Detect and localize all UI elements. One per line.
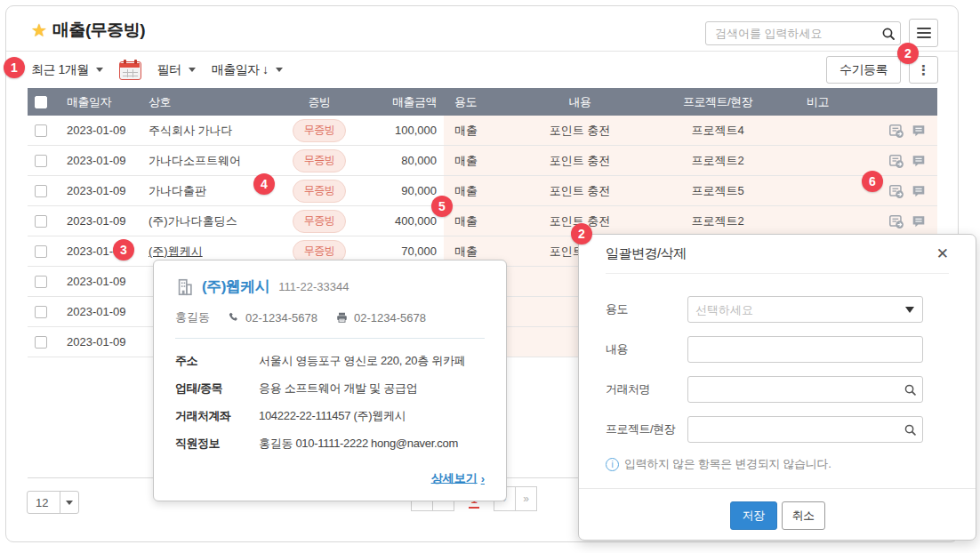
purpose-select-value[interactable] bbox=[688, 303, 897, 317]
chevron-down-icon bbox=[96, 68, 103, 72]
last-page-button[interactable]: » bbox=[515, 486, 537, 511]
row-checkbox[interactable] bbox=[35, 276, 47, 288]
save-button[interactable]: 저장 bbox=[730, 501, 777, 530]
annotation-badge-5: 5 bbox=[431, 196, 453, 217]
content-input-wrap bbox=[687, 336, 923, 363]
sort-dropdown[interactable]: 매출일자 ↓ bbox=[212, 62, 283, 78]
close-icon[interactable]: ✕ bbox=[936, 246, 949, 261]
field-label-purpose: 용도 bbox=[606, 301, 686, 317]
header-date[interactable]: 매출일자 bbox=[47, 94, 134, 110]
page-size-select[interactable]: 12 bbox=[27, 491, 79, 514]
memo-icon[interactable] bbox=[911, 213, 927, 229]
purpose-select[interactable] bbox=[687, 296, 923, 323]
filter-label: 필터 bbox=[157, 62, 181, 78]
tooltip-value-business: 응용 소프트웨어 개발 및 공급업 bbox=[259, 381, 417, 397]
annotation-badge-4: 4 bbox=[253, 173, 275, 195]
page-size-value: 12 bbox=[28, 492, 60, 513]
calendar-icon[interactable] bbox=[119, 60, 141, 80]
slip-icon[interactable] bbox=[888, 213, 904, 229]
page-title: 매출(무증빙) bbox=[52, 19, 145, 42]
company-link[interactable]: (주)웹케시 bbox=[149, 244, 203, 260]
cell-purpose: 매출 bbox=[444, 116, 504, 145]
row-checkbox[interactable] bbox=[35, 124, 47, 137]
tooltip-label-business: 업태/종목 bbox=[175, 381, 259, 397]
tooltip-contact-name: 홍길동 bbox=[175, 309, 210, 325]
proof-badge: 무증빙 bbox=[293, 210, 347, 233]
row-checkbox[interactable] bbox=[35, 215, 47, 228]
cell-project: 프로젝트2 bbox=[655, 146, 780, 175]
cell-content: 포인트 충전 bbox=[504, 146, 655, 175]
chevron-right-icon: › bbox=[481, 472, 485, 485]
screen: ★ 매출(무증빙) 최근 1개월 bbox=[0, 0, 980, 553]
chevron-down-icon bbox=[66, 501, 73, 505]
chevron-down-icon bbox=[189, 68, 196, 72]
header-content[interactable]: 내용 bbox=[504, 94, 655, 110]
header-etc[interactable]: 비고 bbox=[780, 94, 937, 110]
cell-company: 주식회사 가나다 bbox=[134, 116, 277, 145]
table-row[interactable]: 2023-01-09 주식회사 가나다 무증빙 100,000 매출 포인트 충… bbox=[28, 116, 937, 146]
filter-dropdown[interactable]: 필터 bbox=[157, 62, 196, 78]
cell-date: 2023-01-09 bbox=[47, 327, 134, 357]
annotation-badge-1: 1 bbox=[4, 57, 25, 78]
batch-edit-modal: 일괄변경/삭제 ✕ 용도 내용 거래처명 bbox=[578, 234, 976, 541]
row-checkbox[interactable] bbox=[35, 245, 47, 258]
proof-badge: 무증빙 bbox=[293, 180, 347, 203]
header-purpose[interactable]: 용도 bbox=[444, 94, 504, 110]
tooltip-value-employee: 홍길동 010-1111-2222 hong@naver.com bbox=[259, 436, 458, 452]
header-project[interactable]: 프로젝트/현장 bbox=[655, 94, 780, 110]
annotation-badge-2: 2 bbox=[897, 43, 919, 64]
search-icon[interactable] bbox=[877, 27, 900, 41]
cell-purpose: 매출 bbox=[444, 146, 504, 175]
table-row[interactable]: 2023-01-09 가나다소프트웨어 무증빙 80,000 매출 포인트 충전… bbox=[28, 146, 937, 176]
chevron-down-icon bbox=[905, 307, 914, 313]
favorite-star-icon[interactable]: ★ bbox=[31, 21, 47, 39]
client-input[interactable] bbox=[688, 383, 897, 397]
tooltip-value-address: 서울시 영등포구 영신로 220, 20층 위카페 bbox=[259, 353, 465, 369]
memo-icon[interactable] bbox=[911, 123, 927, 139]
tooltip-fax: 02-1234-5678 bbox=[354, 311, 426, 325]
slip-icon[interactable] bbox=[888, 153, 904, 169]
proof-badge: 무증빙 bbox=[293, 119, 347, 142]
modal-title: 일괄변경/삭제 bbox=[606, 245, 687, 262]
slip-icon[interactable] bbox=[888, 123, 904, 139]
cell-project: 프로젝트2 bbox=[655, 206, 780, 236]
cell-company: (주)가나다홀딩스 bbox=[134, 206, 277, 236]
client-input-wrap bbox=[687, 376, 923, 403]
row-checkbox[interactable] bbox=[35, 155, 47, 167]
search-input[interactable] bbox=[706, 27, 877, 40]
menu-icon[interactable] bbox=[909, 19, 938, 47]
annotation-badge-6: 6 bbox=[862, 171, 883, 192]
table-header-row: 매출일자 상호 증빙 매출금액 용도 내용 프로젝트/현장 비고 bbox=[28, 88, 937, 116]
header-amount[interactable]: 매출금액 bbox=[362, 94, 444, 110]
header-company[interactable]: 상호 bbox=[134, 94, 277, 110]
memo-icon[interactable] bbox=[911, 183, 927, 199]
table-row[interactable]: 2023-01-09 가나다출판 무증빙 90,000 매출 포인트 충전 프로… bbox=[28, 176, 937, 206]
project-search-icon[interactable] bbox=[897, 423, 922, 437]
header-proof[interactable]: 증빙 bbox=[277, 94, 362, 110]
content-input[interactable] bbox=[688, 343, 922, 357]
slip-icon[interactable] bbox=[888, 183, 904, 199]
tooltip-phone: 02-1234-5678 bbox=[245, 311, 317, 325]
cell-project: 프로젝트4 bbox=[655, 116, 780, 145]
row-checkbox[interactable] bbox=[35, 336, 47, 349]
period-dropdown[interactable]: 최근 1개월 bbox=[31, 62, 103, 78]
field-label-client: 거래처명 bbox=[606, 381, 686, 397]
project-input-wrap bbox=[687, 416, 923, 443]
modal-info-text: 입력하지 않은 항목은 변경되지 않습니다. bbox=[624, 456, 831, 472]
project-input[interactable] bbox=[688, 423, 897, 437]
row-checkbox[interactable] bbox=[35, 306, 47, 318]
cell-purpose: 매출 bbox=[444, 206, 504, 236]
tooltip-company-name: (주)웹케시 bbox=[202, 276, 269, 297]
memo-icon[interactable] bbox=[911, 153, 927, 169]
cell-date: 2023-01-09 bbox=[47, 116, 134, 145]
select-all-checkbox[interactable] bbox=[35, 96, 47, 108]
row-checkbox[interactable] bbox=[35, 185, 47, 197]
company-tooltip: (주)웹케시 111-22-33344 홍길동 02-1234-5678 02-… bbox=[153, 260, 507, 501]
client-search-icon[interactable] bbox=[897, 383, 922, 397]
cell-date: 2023-01-09 bbox=[47, 267, 134, 296]
table-row[interactable]: 2023-01-09 (주)가나다홀딩스 무증빙 400,000 매출 포인트 … bbox=[28, 206, 937, 236]
tooltip-label-account: 거래처계좌 bbox=[175, 408, 259, 424]
manual-entry-button[interactable]: 수기등록 bbox=[826, 56, 901, 84]
detail-view-link[interactable]: 상세보기› bbox=[431, 470, 485, 486]
cancel-button[interactable]: 취소 bbox=[782, 501, 825, 530]
